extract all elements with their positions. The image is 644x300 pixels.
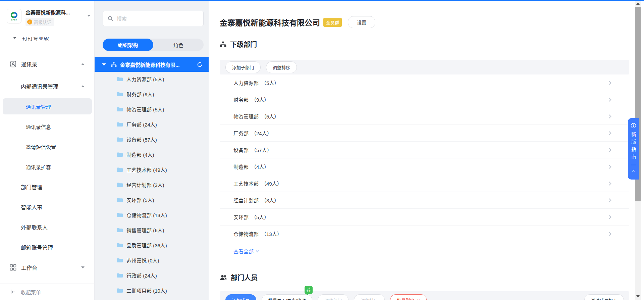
sidebar-menu-item-label: 部门管理 <box>21 183 42 191</box>
member-action-button[interactable]: 批量导入/导出/修改 荐 <box>262 294 312 300</box>
chevron-right-icon <box>608 231 612 237</box>
sub-department-row[interactable]: 物资管理部 （5人） <box>220 108 629 125</box>
chevron-right-icon <box>608 131 612 136</box>
department-name: 工艺技术部 <box>233 180 259 187</box>
sub-department-row[interactable]: 财务部 （9人） <box>220 91 629 108</box>
tree-department-item[interactable]: 二期项目部 (10人) <box>95 283 209 298</box>
sub-department-list: 人力资源部 （5人） 财务部 （9人） 物资管理部 （5人） <box>220 74 629 242</box>
tree-department-item[interactable]: 工艺技术部 (49人) <box>95 162 209 177</box>
department-member-count: （5人） <box>251 213 269 220</box>
settings-button[interactable]: 设置 <box>348 16 375 28</box>
sidebar-menu-item[interactable]: 工作台 <box>0 257 95 278</box>
add-sub-department-button[interactable]: 添加子部门 <box>225 61 261 73</box>
org-switcher-caret-icon[interactable] <box>87 15 91 17</box>
member-action-button[interactable]: 批量删除 ∨ <box>390 294 427 300</box>
folder-icon <box>117 137 123 142</box>
chevron-right-icon <box>608 164 612 169</box>
collapse-menu-button[interactable]: 收起菜单 <box>0 286 95 298</box>
cert-check-icon: ✓ <box>27 19 32 24</box>
sidebar-menu-item[interactable]: 邀请短信设置 <box>0 137 95 157</box>
tree-department-item[interactable]: 财务部 (9人) <box>95 87 209 102</box>
page-title: 金寨嘉悦新能源科技有限公司 <box>220 16 320 28</box>
sub-department-row[interactable]: 制造部 （4人） <box>220 158 629 175</box>
view-all-link[interactable]: 查看全部 <box>233 248 259 255</box>
sub-department-row[interactable]: 设备部 （57人） <box>220 142 629 158</box>
sidebar-menu-item[interactable]: 通讯录 <box>0 54 95 74</box>
new-version-guide-tab[interactable]: 新版指南 × <box>628 118 639 180</box>
chevron-right-icon <box>608 147 612 153</box>
sidebar-menu-item[interactable]: 内部通讯录管理 <box>0 76 95 96</box>
tree-department-label: 销售管理部 (6人) <box>126 227 164 234</box>
sidebar-menu-item[interactable]: 智能人事 <box>0 197 95 217</box>
tab-org-structure[interactable]: 组织架构 <box>103 39 153 51</box>
sub-department-row[interactable]: 仓储物流部 （13人） <box>220 226 629 242</box>
search-box[interactable] <box>103 11 204 26</box>
tree-department-label: 财务部 (9人) <box>126 91 154 98</box>
scroll-up-arrow[interactable] <box>636 2 640 5</box>
department-member-count: （9人） <box>251 96 269 103</box>
tree-department-item[interactable]: 销售管理部 (6人) <box>95 222 209 238</box>
tree-department-item[interactable]: 人力资源部 (5人) <box>95 71 209 87</box>
tree-department-item[interactable]: 仓储物流部 (13人) <box>95 207 209 222</box>
info-icon <box>631 123 636 129</box>
refresh-icon[interactable] <box>197 62 203 67</box>
folder-icon <box>117 122 123 127</box>
tree-department-item[interactable]: 厂务部 (24人) <box>95 117 209 132</box>
sidebar-menu-item[interactable]: 通讯录扩容 <box>0 157 95 177</box>
members-title: 部门人员 <box>231 272 258 282</box>
tree-department-item[interactable]: 苏州嘉悦 (0人) <box>95 253 209 268</box>
tree-department-label: 苏州嘉悦 (0人) <box>126 257 159 264</box>
department-name: 人力资源部 <box>233 79 259 86</box>
sub-department-row[interactable]: 工艺技术部 （49人） <box>220 175 629 192</box>
adjust-sort-button[interactable]: 调整排序 <box>266 61 297 73</box>
search-icon <box>108 16 113 21</box>
department-name: 制造部 <box>233 163 249 170</box>
chevron-right-icon <box>608 214 612 220</box>
sidebar-menu-item[interactable]: 邮箱账号管理 <box>0 237 95 257</box>
member-action-button[interactable]: 调整排序 <box>354 294 385 300</box>
tree-department-label: 设备部 (57人) <box>126 136 157 143</box>
tree-department-item[interactable]: 设备部 (57人) <box>95 132 209 147</box>
menu-caret-icon[interactable] <box>81 85 85 87</box>
tree-department-item[interactable]: 物资管理部 (5人) <box>95 102 209 117</box>
tree-department-item[interactable]: 制造部 (4人) <box>95 147 209 162</box>
folder-icon <box>117 107 123 112</box>
scroll-down-arrow[interactable] <box>636 295 640 298</box>
search-input[interactable] <box>117 16 194 21</box>
tree-expand-caret-icon[interactable] <box>102 63 106 66</box>
sub-departments-toolbar: 添加子部门 调整排序 <box>220 60 629 74</box>
member-action-button[interactable]: 邀请成员加入 <box>584 294 624 300</box>
tab-roles[interactable]: 角色 <box>153 39 204 51</box>
sidebar-menu-item[interactable]: 通讯录信息 <box>0 116 95 137</box>
sub-department-row[interactable]: 经营计划部 （3人） <box>220 192 629 209</box>
folder-icon <box>117 182 123 187</box>
tree-department-label: 安环部 (5人) <box>126 196 154 203</box>
member-action-button[interactable]: 调整部门 <box>318 294 348 300</box>
org-chart-icon <box>111 62 117 67</box>
department-member-count: （3人） <box>261 197 279 204</box>
org-switcher[interactable]: CPET 金寨嘉悦新能源科... ✓ 高级认证 <box>7 9 91 26</box>
tree-root-company[interactable]: 金寨嘉悦新能源科技有限... <box>95 57 209 72</box>
menu-caret-icon[interactable] <box>81 63 85 65</box>
folder-icon <box>117 273 123 278</box>
top-progress-bar <box>0 0 644 1</box>
menu-caret-icon[interactable] <box>81 266 85 268</box>
sidebar-menu-item[interactable]: 部门管理 <box>0 177 95 197</box>
close-icon[interactable]: × <box>632 168 635 173</box>
tree-department-item[interactable]: 品质管理部 (36人) <box>95 238 209 253</box>
sidebar-item-dingtalk-pro[interactable]: 钉钉专业版 <box>0 37 95 44</box>
department-name: 安环部 <box>233 213 249 220</box>
folder-icon <box>117 167 123 172</box>
sub-department-row[interactable]: 厂务部 （24人） <box>220 125 629 142</box>
member-action-button[interactable]: 添加成员 <box>225 294 256 300</box>
sub-department-row[interactable]: 人力资源部 （5人） <box>220 74 629 91</box>
tree-department-item[interactable]: 安环部 (5人) <box>95 192 209 207</box>
sub-department-row[interactable]: 安环部 （5人） <box>220 209 629 226</box>
tree-department-item[interactable]: 行政部 (24人) <box>95 268 209 283</box>
sidebar-menu-item[interactable]: 外部联系人 <box>0 217 95 237</box>
sidebar-menu-item[interactable]: 通讯录管理 <box>0 96 95 116</box>
tree-department-label: 工艺技术部 (49人) <box>126 166 167 173</box>
app-window: CPET 金寨嘉悦新能源科... ✓ 高级认证 钉钉专业版 <box>0 0 644 300</box>
tree-department-label: 仓储物流部 (13人) <box>126 211 167 218</box>
tree-department-item[interactable]: 经营计划部 (3人) <box>95 177 209 192</box>
